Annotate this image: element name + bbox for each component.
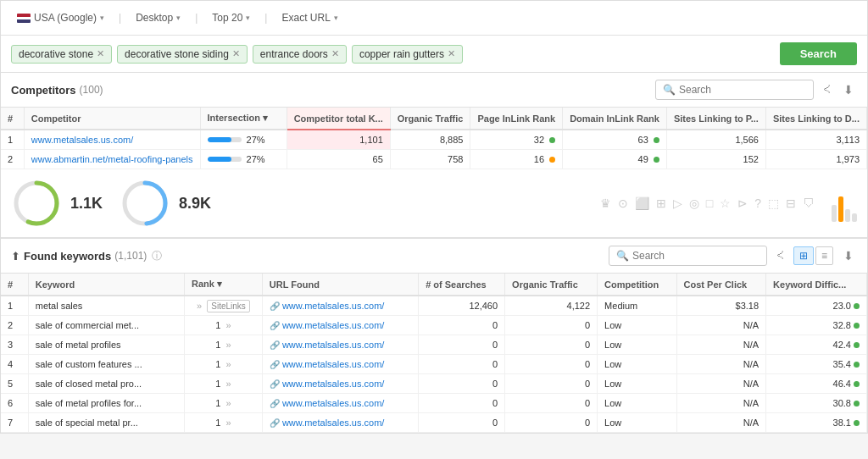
row-rank: 1 bbox=[215, 320, 220, 330]
kw-cpc: N/A bbox=[676, 316, 765, 335]
th-page-rank: Page InLink Rank bbox=[470, 108, 563, 130]
keyword-close-3[interactable]: ✕ bbox=[331, 48, 339, 59]
table-row: 5 sale of closed metal pro... 1 » 🔗 www.… bbox=[1, 374, 867, 394]
th-rank[interactable]: Rank ▾ bbox=[185, 274, 263, 296]
top-selector[interactable]: Top 20 ▾ bbox=[206, 8, 256, 28]
top-chevron-icon: ▾ bbox=[246, 14, 250, 22]
row1-intersection-pct: 27% bbox=[247, 135, 265, 145]
row1-url: www.metalsales.us.com/ bbox=[24, 130, 200, 150]
bar3 bbox=[845, 209, 850, 222]
row2-bar-fill bbox=[208, 157, 231, 162]
link-icon: 🔗 bbox=[270, 301, 280, 311]
device-label: Desktop bbox=[136, 12, 173, 24]
row2-organic: 758 bbox=[390, 150, 470, 169]
search-button[interactable]: Search bbox=[780, 42, 857, 65]
table-row: 3 sale of metal profiles 1 » 🔗 www.metal… bbox=[1, 335, 867, 355]
row-rank: 1 bbox=[215, 359, 220, 369]
competitors-search-box[interactable]: 🔍 bbox=[655, 80, 814, 100]
bar4 bbox=[852, 213, 857, 222]
keyword-tag-4: copper rain gutters ✕ bbox=[352, 45, 463, 64]
found-keywords-download-icon[interactable]: ⬇ bbox=[840, 247, 857, 264]
row2-intersection-pct: 27% bbox=[247, 154, 265, 164]
competitors-header-row: # Competitor Intersection ▾ Competitor t… bbox=[1, 108, 867, 130]
th-competition: Competition bbox=[598, 274, 676, 296]
found-keywords-filter-icon[interactable]: ⧼ bbox=[774, 247, 787, 264]
row2-page-rank: 16 bbox=[470, 150, 563, 169]
keyword-close-2[interactable]: ✕ bbox=[232, 48, 240, 59]
row2-sites-p: 152 bbox=[666, 150, 765, 169]
kw-rank: 1 » bbox=[185, 394, 263, 413]
found-keywords-search-box[interactable]: 🔍 bbox=[609, 246, 767, 266]
separator: | bbox=[119, 12, 121, 24]
competitors-filter-icon[interactable]: ⧼ bbox=[821, 81, 833, 98]
kw-searches: 0 bbox=[419, 374, 505, 394]
device-selector[interactable]: Desktop ▾ bbox=[130, 8, 186, 28]
difficulty-dot bbox=[854, 303, 860, 309]
competitors-download-icon[interactable]: ⬇ bbox=[840, 81, 857, 98]
kw-url-link[interactable]: www.metalsales.us.com/ bbox=[282, 340, 384, 350]
difficulty-dot bbox=[854, 323, 860, 329]
circle-icon: ◎ bbox=[689, 196, 699, 210]
country-label: USA (Google) bbox=[34, 12, 97, 24]
kw-rank: 1 » bbox=[185, 335, 263, 355]
found-keywords-actions: 🔍 ⧼ ⊞ ≡ ⬇ bbox=[609, 246, 857, 266]
kw-rank: » SiteLinks bbox=[185, 296, 263, 316]
kw-cpc: N/A bbox=[676, 394, 765, 413]
keyword-close-4[interactable]: ✕ bbox=[448, 48, 455, 59]
kw-organic: 0 bbox=[505, 335, 598, 355]
row2-page-rank-dot bbox=[549, 157, 555, 163]
row1-page-rank: 32 bbox=[470, 130, 563, 150]
row1-link[interactable]: www.metalsales.us.com/ bbox=[31, 135, 133, 145]
kw-url-link[interactable]: www.metalsales.us.com/ bbox=[282, 398, 384, 408]
rank-expand-icon: » bbox=[225, 418, 231, 428]
row1-page-rank-dot bbox=[549, 137, 555, 143]
kw-cpc: N/A bbox=[676, 374, 765, 394]
rank-expand-icon: » bbox=[225, 359, 231, 369]
kw-keyword: sale of metal profiles for... bbox=[28, 394, 184, 413]
kw-url-link[interactable]: www.metalsales.us.com/ bbox=[282, 379, 384, 389]
keyword-tag-1: decorative stone ✕ bbox=[11, 45, 112, 64]
th-difficulty: Keyword Diffic... bbox=[766, 274, 867, 296]
found-keywords-info-icon: ⓘ bbox=[152, 249, 162, 263]
found-keywords-header-row: # Keyword Rank ▾ URL Found # of Searches… bbox=[1, 274, 867, 296]
kw-num: 1 bbox=[1, 296, 28, 316]
found-keywords-search-input[interactable] bbox=[632, 250, 760, 262]
bar2 bbox=[838, 196, 843, 222]
kw-keyword: sale of commercial met... bbox=[28, 316, 184, 335]
keyword-close-1[interactable]: ✕ bbox=[97, 48, 104, 59]
kw-url-link[interactable]: www.metalsales.us.com/ bbox=[282, 359, 384, 369]
cart-icon: ⛉ bbox=[803, 196, 815, 210]
competitors-search-input[interactable] bbox=[679, 84, 806, 96]
kw-url-link[interactable]: www.metalsales.us.com/ bbox=[282, 301, 384, 311]
preview-circle-1 bbox=[11, 178, 62, 229]
view-grid-button[interactable]: ⊞ bbox=[793, 246, 814, 265]
country-selector[interactable]: USA (Google) ▾ bbox=[11, 8, 110, 28]
row1-bar-fill bbox=[208, 137, 231, 142]
kw-competition: Low bbox=[598, 413, 676, 433]
kw-organic: 0 bbox=[505, 374, 598, 394]
row2-bar-track bbox=[208, 157, 242, 162]
kw-difficulty: 30.8 bbox=[766, 394, 867, 413]
chat-icon: ⬚ bbox=[768, 196, 779, 210]
kw-num: 7 bbox=[1, 413, 28, 433]
th-intersection[interactable]: Intersection ▾ bbox=[200, 108, 287, 130]
kw-url-link[interactable]: www.metalsales.us.com/ bbox=[282, 418, 384, 428]
location-icon: ⊙ bbox=[618, 196, 628, 210]
row1-sites-d: 3,113 bbox=[765, 130, 866, 150]
sitelinks-badge: SiteLinks bbox=[207, 300, 250, 312]
device-chevron-icon: ▾ bbox=[176, 14, 181, 22]
url-type-selector[interactable]: Exact URL ▾ bbox=[275, 8, 343, 28]
th-total-k[interactable]: Competitor total K... bbox=[287, 108, 390, 130]
view-list-button[interactable]: ≡ bbox=[815, 246, 833, 265]
kw-url: 🔗 www.metalsales.us.com/ bbox=[262, 316, 418, 335]
kw-url: 🔗 www.metalsales.us.com/ bbox=[262, 394, 418, 413]
keyword-tag-2: decorative stone siding ✕ bbox=[117, 45, 248, 64]
play-icon: ▷ bbox=[673, 196, 682, 210]
row2-link[interactable]: www.abmartin.net/metal-roofing-panels bbox=[31, 154, 193, 164]
circle-svg-1 bbox=[11, 178, 62, 229]
kw-url-link[interactable]: www.metalsales.us.com/ bbox=[282, 320, 384, 330]
competitors-title: Competitors bbox=[11, 84, 76, 97]
grid-icon: ⊞ bbox=[656, 196, 666, 210]
found-keywords-header: ⬆ Found keywords (1,101) ⓘ 🔍 ⧼ ⊞ ≡ ⬇ bbox=[1, 238, 867, 274]
kw-difficulty: 42.4 bbox=[766, 335, 867, 355]
